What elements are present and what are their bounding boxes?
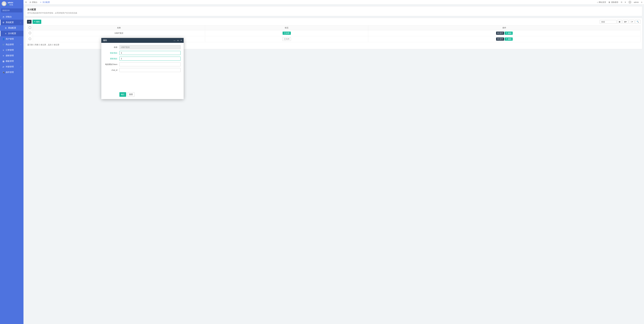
checkbox-all[interactable] <box>29 27 31 29</box>
close-icon[interactable]: ✕ <box>180 39 182 42</box>
nav-auth[interactable]: ≡授权管理 <box>0 53 24 58</box>
grid-icon: ▦ <box>619 21 620 23</box>
field-input-token[interactable] <box>120 62 180 66</box>
field-input-recv[interactable] <box>120 51 180 55</box>
col-name[interactable]: 名称 <box>33 25 205 30</box>
hamburger-icon[interactable]: ☰ <box>25 1 27 3</box>
sort-button[interactable]: ✚排序 <box>496 38 504 41</box>
cell-name: USDT支付 <box>33 30 205 36</box>
cart-icon: 🛒 <box>2 44 4 46</box>
field-input-name <box>120 45 180 49</box>
nav-label: 系统配置 <box>6 21 14 24</box>
expand-icon: ✕ <box>624 1 626 3</box>
user-name: admin <box>8 2 13 4</box>
table-search-input[interactable] <box>600 20 616 24</box>
tab-label: 支付配置 <box>42 1 50 4</box>
menu-search: 🔍 <box>1 9 22 13</box>
chevron-left-icon: ‹ <box>21 66 21 68</box>
nav-system[interactable]: ⚙系统配置⌄ <box>0 20 24 25</box>
plug-icon: 🔌 <box>2 71 4 74</box>
tab-payment[interactable]: ≡支付配置 <box>40 1 50 4</box>
refresh-button[interactable]: ⟳ <box>27 20 32 24</box>
checkbox-row[interactable] <box>29 38 31 40</box>
status-badge[interactable]: 已启用 <box>282 32 291 35</box>
row-edit-button[interactable]: ✎编辑 <box>505 32 513 35</box>
topbar-fullscreen[interactable]: ✕ <box>624 1 626 3</box>
row-edit-button[interactable]: ✎编辑 <box>505 38 513 41</box>
button-label: 编辑 <box>36 21 40 23</box>
page-title: 支付配置 <box>27 8 640 11</box>
refresh-icon: ⟲ <box>621 1 622 3</box>
col-status[interactable]: 状态 <box>205 25 368 30</box>
topbar-label: 网站首页 <box>599 1 606 4</box>
minimize-icon[interactable]: — <box>174 40 176 42</box>
button-label: 编辑 <box>508 32 512 35</box>
nav-label: 支付配置 <box>8 32 16 35</box>
modal-title: 编辑 <box>103 39 172 42</box>
nav-users[interactable]: 👤用户管理 <box>0 36 24 42</box>
col-ops[interactable]: 操作 <box>368 25 640 30</box>
nav-goods[interactable]: 🛒商品管理‹ <box>0 42 24 47</box>
plus-icon: ✚ <box>497 32 499 34</box>
nav-label: 基础配置 <box>8 27 16 29</box>
field-label-chat: chat_id <box>104 69 120 71</box>
refresh-icon: ⟳ <box>28 21 30 23</box>
chevron-down-icon: ⌄ <box>20 22 21 23</box>
user-icon: 👤 <box>2 38 4 40</box>
nav-template[interactable]: ▦模板管理 <box>0 58 24 64</box>
nav-orders[interactable]: ≡订单管理 <box>0 47 24 53</box>
edit-button[interactable]: ✎编辑 <box>32 20 41 24</box>
sort-button[interactable]: ✚排序 <box>496 32 504 35</box>
status-badge[interactable]: 已关闭 <box>282 37 291 41</box>
nav: ◔控制台 ⚙系统配置⌄ ⚙基础配置 ≡支付配置 👤用户管理 🛒商品管理‹ ≡订单… <box>0 14 24 75</box>
topbar-label: 清除缓存 <box>611 1 618 4</box>
ok-button[interactable]: 确定 <box>120 92 126 97</box>
template-icon: ▦ <box>2 60 4 63</box>
pencil-icon: ✎ <box>506 32 507 34</box>
user-status: 在线 <box>8 4 13 6</box>
nav-docking[interactable]: ⇄对接管理‹ <box>0 64 24 70</box>
tab-dashboard[interactable]: ◔控制台 <box>29 1 38 4</box>
field-input-chat[interactable] <box>120 68 180 72</box>
export-button[interactable]: ⤓▾ <box>629 20 634 24</box>
topbar-label: admin <box>634 1 639 3</box>
reset-button[interactable]: 重置 <box>128 92 134 97</box>
nav-payment[interactable]: ≡支付配置 <box>0 31 24 36</box>
home-icon: ⌂ <box>597 1 598 3</box>
sidebar: admin 在线 🔍 ◔控制台 ⚙系统配置⌄ ⚙基础配置 ≡支付配置 👤用户管理… <box>0 0 24 324</box>
modal-footer: 确定 重置 <box>101 91 184 99</box>
topbar-logout[interactable]: ⎋ <box>641 1 642 3</box>
topbar-home[interactable]: ⌂网站首页 <box>597 1 606 4</box>
nav-label: 订单管理 <box>6 49 14 52</box>
button-label: 编辑 <box>508 38 512 40</box>
search-icon: 🔍 <box>636 21 639 23</box>
dashboard-icon: ◔ <box>2 16 4 18</box>
checkbox-row[interactable] <box>29 32 31 34</box>
pencil-icon: ✎ <box>34 21 36 23</box>
pencil-icon: ✎ <box>506 38 507 40</box>
nav-plugin[interactable]: 🔌插件管理 <box>0 70 24 75</box>
menu-search-input[interactable] <box>1 9 22 13</box>
page-header: 支付配置 您可以拖动操作栏中的排序按钮，从而控制用户支付的优先级 <box>25 6 642 16</box>
list-icon: ≡ <box>5 32 7 35</box>
nav-basic[interactable]: ⚙基础配置 <box>0 25 24 31</box>
toggle-view-button[interactable]: ▦ <box>617 20 622 24</box>
topbar-user[interactable]: admin <box>634 1 639 3</box>
button-label: 排序 <box>499 38 503 40</box>
avatar <box>2 1 6 6</box>
topbar-avatar <box>628 1 632 4</box>
nav-label: 用户管理 <box>6 38 14 41</box>
plus-icon: ✚ <box>497 38 499 40</box>
topbar-refresh[interactable]: ⟲ <box>621 1 622 3</box>
columns-button[interactable]: ▤▾ <box>622 20 628 24</box>
field-label-name: 名称 <box>104 46 120 49</box>
field-input-auth[interactable] <box>120 57 180 61</box>
gear-icon: ⚙ <box>5 27 7 29</box>
columns-icon: ▤▾ <box>624 21 627 23</box>
button-label: 排序 <box>499 32 503 35</box>
modal-header[interactable]: 编辑 — ▭ ✕ <box>101 38 184 43</box>
search-toggle-button[interactable]: 🔍 <box>635 20 640 24</box>
nav-dashboard[interactable]: ◔控制台 <box>0 14 24 20</box>
maximize-icon[interactable]: ▭ <box>177 39 179 42</box>
topbar-clearcache[interactable]: 🗑清除缓存 <box>608 1 618 4</box>
